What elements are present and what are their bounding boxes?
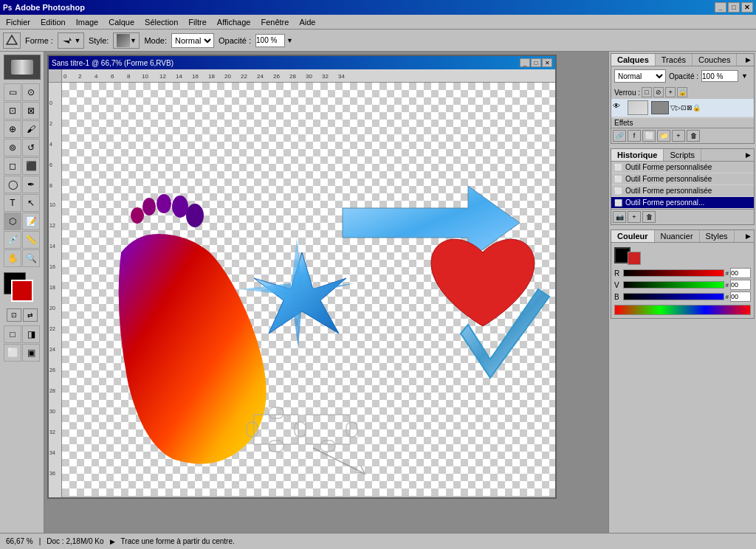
layer-new-btn[interactable]: + — [672, 130, 685, 142]
tab-calques[interactable]: Calques — [611, 54, 656, 66]
tab-styles[interactable]: Styles — [700, 230, 735, 242]
layers-panel-header: Calques Tracés Couches — [611, 54, 743, 66]
mode-select[interactable]: Normal — [171, 33, 214, 48]
default-colors-btn[interactable]: ⊡ — [7, 308, 21, 322]
tool-text[interactable]: T — [4, 194, 21, 212]
history-panel-arrow[interactable]: ▶ — [743, 151, 754, 159]
menu-selection[interactable]: Sélection — [140, 16, 182, 28]
tool-heal[interactable]: ⊕ — [4, 120, 21, 138]
history-snapshot-btn[interactable]: 📷 — [613, 211, 626, 223]
history-item-2[interactable]: ⬜ Outil Forme personnalisée — [611, 185, 754, 197]
foreground-color[interactable] — [11, 280, 33, 302]
status-arrow[interactable]: ▶ — [110, 538, 115, 545]
layer-link-btn[interactable]: 🔗 — [613, 130, 626, 142]
doc-minimize[interactable]: _ — [520, 58, 530, 67]
tool-eraser[interactable]: ◻ — [4, 157, 21, 175]
menu-image[interactable]: Image — [72, 16, 103, 28]
tool-path-select[interactable]: ↖ — [22, 194, 40, 212]
doc-close[interactable]: ✕ — [542, 58, 552, 67]
opacite-arrow[interactable]: ▼ — [286, 37, 293, 44]
tool-standard-mode[interactable]: □ — [4, 325, 21, 343]
b-value-input[interactable]: 00 — [730, 291, 751, 302]
layer-mode-select[interactable]: Normal — [614, 69, 666, 83]
canvas-area[interactable]: Sans titre-1 @ 66,7% (Forme 6,RVB) _ □ ✕… — [44, 52, 608, 533]
tab-couleur[interactable]: Couleur — [611, 230, 655, 242]
svg-text:22: 22 — [241, 73, 247, 80]
history-item-3[interactable]: ⬜ Outil Forme personnal... — [611, 197, 754, 209]
forme-picker[interactable]: ▼ — [58, 32, 84, 49]
r-value-input[interactable]: 00 — [730, 268, 751, 278]
tab-historique[interactable]: Historique — [611, 149, 664, 161]
tab-scripts[interactable]: Scripts — [664, 149, 701, 161]
svg-rect-48 — [306, 415, 350, 444]
tab-nuancier[interactable]: Nuancier — [655, 230, 700, 242]
tool-lasso[interactable]: ⊙ — [22, 83, 40, 101]
tab-couches[interactable]: Couches — [693, 54, 737, 66]
opacite-input[interactable] — [255, 34, 285, 47]
history-new-btn[interactable]: + — [628, 211, 641, 223]
g-value-input[interactable]: 00 — [730, 280, 751, 290]
style-picker[interactable]: ▼ — [113, 32, 140, 49]
tool-zoom[interactable]: 🔍 — [22, 249, 40, 267]
svg-point-37 — [186, 204, 204, 227]
blending-icon: ▽▷⊡⊠🔒 — [670, 104, 701, 111]
tool-notes[interactable]: 📝 — [22, 213, 40, 230]
menu-fichier[interactable]: Fichier — [1, 16, 35, 28]
ruler-v-area: 0 2 4 6 8 10 12 14 16 18 20 22 24 26 — [49, 83, 555, 497]
opacity-arrow[interactable]: ▼ — [741, 72, 748, 80]
svg-text:26: 26 — [273, 73, 280, 80]
layer-item-0[interactable]: 👁 ▽▷⊡⊠🔒 — [611, 99, 754, 117]
tool-slice[interactable]: ⊠ — [22, 102, 40, 120]
layer-group-btn[interactable]: 📁 — [657, 130, 670, 142]
bg-color-swatch[interactable] — [628, 252, 641, 265]
tool-shape[interactable]: ⬡ — [4, 213, 21, 230]
lock-all[interactable]: 🔒 — [677, 87, 687, 97]
tool-gradient[interactable]: ⬛ — [22, 157, 40, 175]
canvas-content[interactable] — [62, 83, 555, 496]
lock-transparent[interactable]: □ — [642, 87, 652, 97]
lock-position[interactable]: + — [665, 87, 676, 97]
maximize-button[interactable]: □ — [728, 2, 740, 13]
tool-measure[interactable]: 📏 — [22, 231, 40, 249]
swap-colors-btn[interactable]: ⇄ — [23, 308, 38, 322]
svg-text:10: 10 — [49, 202, 55, 207]
lock-image[interactable]: ⊘ — [653, 87, 664, 97]
tool-brush[interactable]: 🖌 — [22, 120, 40, 138]
doc-maximize[interactable]: □ — [531, 58, 541, 67]
svg-rect-47 — [295, 422, 306, 437]
layer-delete-btn[interactable]: 🗑 — [687, 130, 700, 142]
menu-affichage[interactable]: Affichage — [213, 16, 255, 28]
app-title: Adobe Photoshop — [15, 3, 85, 12]
history-item-0[interactable]: ⬜ Outil Forme personnalisée — [611, 162, 754, 173]
history-delete-btn[interactable]: 🗑 — [642, 211, 656, 223]
tab-traces[interactable]: Tracés — [656, 54, 693, 66]
tool-pen[interactable]: ✒ — [22, 176, 40, 193]
svg-text:30: 30 — [306, 73, 312, 80]
minimize-button[interactable]: _ — [715, 2, 726, 13]
eye-icon-0[interactable]: 👁 — [613, 102, 625, 114]
tool-standard-screen[interactable]: ⬜ — [4, 344, 21, 362]
history-item-1[interactable]: ⬜ Outil Forme personnalisée — [611, 173, 754, 185]
tool-hand[interactable]: ✋ — [4, 249, 21, 267]
color-panel-arrow[interactable]: ▶ — [743, 232, 754, 240]
menu-edition[interactable]: Edition — [36, 16, 70, 28]
menu-filtre[interactable]: Filtre — [184, 16, 210, 28]
layer-fx-btn[interactable]: f — [628, 130, 641, 142]
tool-crop[interactable]: ⊡ — [4, 102, 21, 120]
tool-clone[interactable]: ⊚ — [4, 139, 21, 156]
tool-eyedropper[interactable]: 💉 — [4, 231, 21, 249]
menu-aide[interactable]: Aide — [295, 16, 320, 28]
menu-calque[interactable]: Calque — [104, 16, 139, 28]
menu-fenetre[interactable]: Fenêtre — [256, 16, 293, 28]
layer-opacity-input[interactable] — [701, 70, 738, 82]
tool-quickmask[interactable]: ◨ — [22, 325, 40, 343]
tool-fullscreen[interactable]: ▣ — [22, 344, 40, 362]
layers-panel-arrow[interactable]: ▶ — [743, 56, 754, 63]
tool-marquee[interactable]: ▭ — [4, 83, 21, 101]
r-slider-track — [623, 269, 724, 277]
tool-history-brush[interactable]: ↺ — [22, 139, 40, 156]
tool-dodge[interactable]: ◯ — [4, 176, 21, 193]
close-button[interactable]: ✕ — [741, 2, 753, 13]
layer-mask-btn[interactable]: ⬜ — [642, 130, 656, 142]
color-spectrum-bar[interactable] — [614, 305, 751, 315]
